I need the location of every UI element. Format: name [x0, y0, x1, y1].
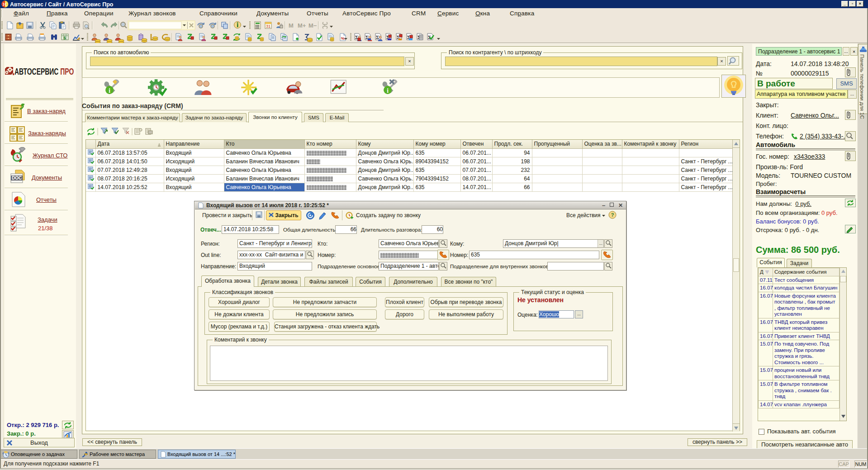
- svg-text:$: $: [63, 36, 66, 40]
- svg-text:1С: 1С: [2, 2, 8, 7]
- svg-text:M+: M+: [298, 22, 306, 29]
- svg-text:31: 31: [266, 24, 270, 28]
- svg-text:i: i: [109, 87, 110, 94]
- svg-text:%: %: [341, 36, 345, 41]
- svg-text:M−: M−: [308, 22, 317, 29]
- svg-text:M: M: [289, 22, 294, 29]
- svg-text:i: i: [387, 87, 389, 94]
- svg-text:DOC: DOC: [12, 176, 22, 180]
- svg-text:?: ?: [611, 212, 614, 218]
- svg-text:Σ: Σ: [376, 34, 379, 40]
